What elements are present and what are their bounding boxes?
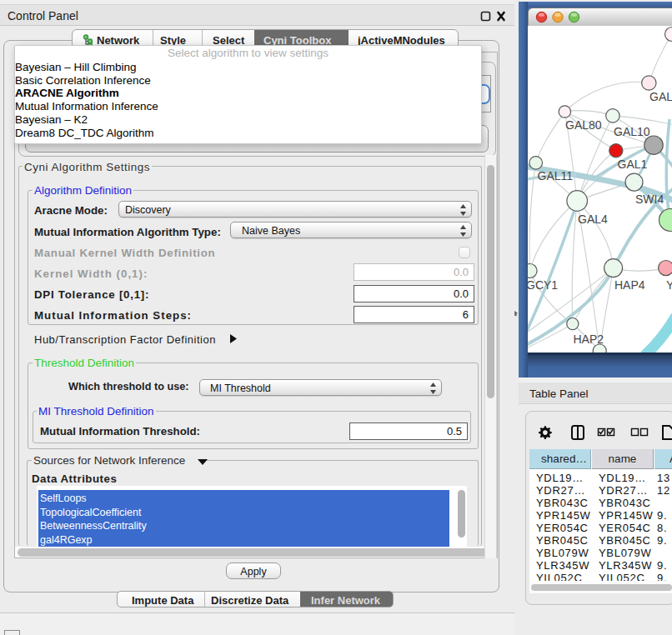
svg-text:GAL10: GAL10 bbox=[614, 125, 650, 138]
svg-text:HAP2: HAP2 bbox=[574, 332, 604, 346]
svg-text:Y: Y bbox=[666, 278, 672, 292]
svg-text:GCY1: GCY1 bbox=[528, 278, 558, 292]
svg-text:GAL80: GAL80 bbox=[565, 118, 602, 132]
svg-text:GAL1: GAL1 bbox=[618, 158, 648, 171]
svg-text:GAL7: GAL7 bbox=[649, 90, 672, 103]
svg-text:GAL4: GAL4 bbox=[578, 212, 608, 226]
svg-text:SWI4: SWI4 bbox=[635, 192, 664, 206]
svg-text:GAL11: GAL11 bbox=[538, 169, 574, 182]
svg-text:HAP4: HAP4 bbox=[614, 278, 645, 292]
